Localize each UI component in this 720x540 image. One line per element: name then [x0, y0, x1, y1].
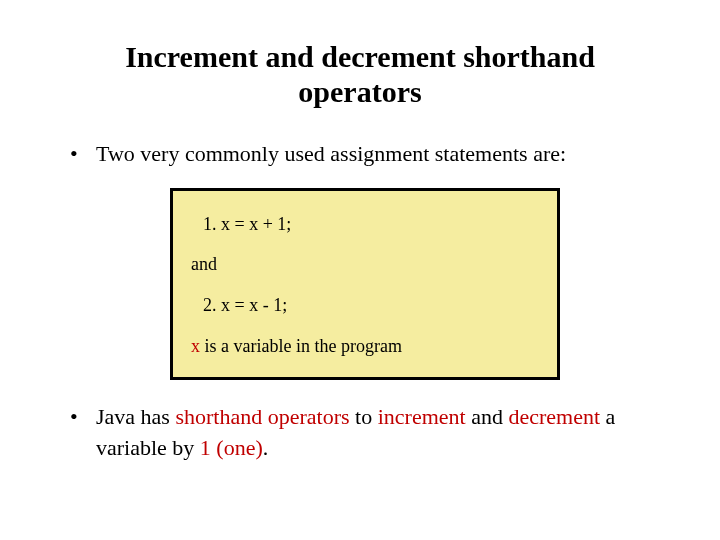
b2-i: .: [263, 435, 269, 460]
b2-b: shorthand operators: [175, 404, 349, 429]
bullet-item-1: Two very commonly used assignment statem…: [70, 139, 660, 170]
code-line-2: 2. x = x - 1;: [203, 290, 541, 321]
bullet-list-2: Java has shorthand operators to incremen…: [70, 402, 660, 464]
b2-f: decrement: [508, 404, 600, 429]
b2-h: 1 (one): [200, 435, 263, 460]
code-line-1: 1. x = x + 1;: [203, 209, 541, 240]
footnote-var: x: [191, 336, 200, 356]
code-and: and: [191, 249, 541, 280]
b2-c: to: [350, 404, 378, 429]
bullet-item-2: Java has shorthand operators to incremen…: [70, 402, 660, 464]
bullet-1-text: Two very commonly used assignment statem…: [96, 141, 566, 166]
code-box: 1. x = x + 1; and 2. x = x - 1; x is a v…: [170, 188, 560, 380]
bullet-list: Two very commonly used assignment statem…: [70, 139, 660, 170]
b2-d: increment: [378, 404, 466, 429]
slide: Increment and decrement shorthand operat…: [0, 0, 720, 540]
code-footnote: x is a variable in the program: [191, 331, 541, 362]
footnote-rest: is a variable in the program: [200, 336, 402, 356]
title-line-2: operators: [298, 75, 421, 108]
b2-e: and: [466, 404, 509, 429]
slide-title: Increment and decrement shorthand operat…: [100, 40, 620, 109]
title-line-1: Increment and decrement shorthand: [125, 40, 595, 73]
b2-a: Java has: [96, 404, 175, 429]
